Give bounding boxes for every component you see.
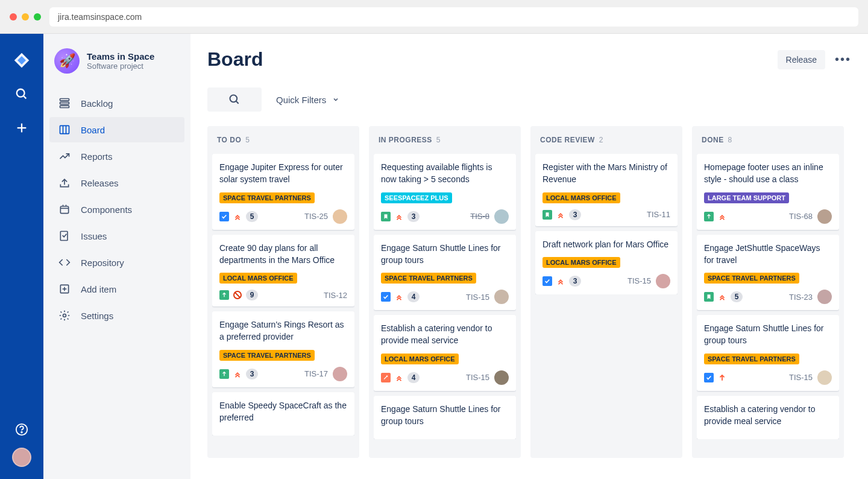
issue-card[interactable]: Register with the Mars Ministry of Reven… <box>535 154 678 226</box>
assignee-avatar[interactable] <box>817 370 832 385</box>
column-title: IN PROGRESS <box>379 136 432 144</box>
sidebar-item-label: Backlog <box>81 98 113 109</box>
column-title: CODE REVIEW <box>540 136 595 144</box>
svg-rect-13 <box>60 206 68 214</box>
priority-high-icon <box>717 373 727 382</box>
column-header: IN PROGRESS 5 <box>374 133 516 149</box>
task-type-icon <box>704 373 714 382</box>
user-avatar[interactable] <box>12 448 31 467</box>
issue-card[interactable]: Create 90 day plans for all departments … <box>212 235 354 307</box>
assignee-avatar[interactable] <box>333 209 347 224</box>
assignee-avatar[interactable] <box>494 209 509 224</box>
minimize-window-button[interactable] <box>22 13 29 21</box>
browser-chrome: jira.teamsinspace.com <box>0 0 868 34</box>
sidebar-item-label: Board <box>81 125 105 135</box>
quick-filters-label: Quick Filters <box>276 95 326 105</box>
more-icon[interactable]: ••• <box>835 52 851 66</box>
svg-point-21 <box>63 314 66 317</box>
issue-key: TIS-15 <box>789 373 813 382</box>
assignee-avatar[interactable] <box>333 367 347 381</box>
epic-label: SPACE TRAVEL PARTNERS <box>219 350 315 361</box>
svg-point-5 <box>21 432 22 433</box>
sidebar-item-label: Components <box>81 205 132 215</box>
board-search[interactable] <box>207 87 262 112</box>
card-title: Establish a catering vendor to provide m… <box>704 403 832 428</box>
close-window-button[interactable] <box>10 13 17 21</box>
sidebar-item-repository[interactable]: Repository <box>49 250 184 275</box>
column-title: DONE <box>702 136 724 144</box>
epic-label: SPACE TRAVEL PARTNERS <box>704 273 799 284</box>
traffic-lights <box>10 13 41 21</box>
assignee-avatar[interactable] <box>494 370 509 385</box>
search-icon <box>228 94 241 106</box>
issue-card[interactable]: Engage Saturn Shuttle Lines for group to… <box>374 235 516 311</box>
issue-key: TIS-25 <box>304 212 328 221</box>
sidebar-item-backlog[interactable]: Backlog <box>49 90 184 116</box>
url-bar[interactable]: jira.teamsinspace.com <box>49 7 858 27</box>
card-title: Engage Saturn Shuttle Lines for group to… <box>381 403 509 428</box>
card-title: Engage Saturn Shuttle Lines for group to… <box>704 322 832 347</box>
backlog-icon <box>58 97 71 110</box>
issue-card[interactable]: Engage Jupiter Express for outer solar s… <box>212 154 354 230</box>
priority-highest-icon <box>556 210 565 220</box>
assignee-avatar[interactable] <box>656 274 670 288</box>
sidebar-item-board[interactable]: Board <box>49 117 184 142</box>
story-points: 3 <box>246 369 258 379</box>
column-code-review: CODE REVIEW 2 Register with the Mars Min… <box>530 126 682 458</box>
story-type-icon <box>219 369 229 379</box>
svg-point-0 <box>17 89 25 97</box>
project-header[interactable]: 🚀 Teams in Space Software project <box>49 48 184 90</box>
project-icon: 🚀 <box>54 48 80 74</box>
jira-logo-icon[interactable] <box>13 52 30 69</box>
issue-card[interactable]: Establish a catering vendor to provide m… <box>697 396 839 440</box>
issue-card[interactable]: Homepage footer uses an inline style - s… <box>697 154 839 230</box>
issue-card[interactable]: Engage JetShuttle SpaceWays for travel S… <box>697 235 839 311</box>
quick-filters-dropdown[interactable]: Quick Filters <box>276 95 339 105</box>
task-type-icon <box>542 276 552 286</box>
task-type-icon <box>381 292 391 302</box>
issue-card[interactable]: Draft network plan for Mars Office LOCAL… <box>535 231 678 294</box>
create-icon[interactable] <box>13 119 30 136</box>
issue-card[interactable]: Establish a catering vendor to provide m… <box>374 315 516 391</box>
help-icon[interactable] <box>13 421 30 438</box>
assignee-avatar[interactable] <box>817 209 832 224</box>
sidebar-item-settings[interactable]: Settings <box>49 303 184 328</box>
priority-highest-icon <box>394 212 404 221</box>
story-type-icon <box>704 212 714 221</box>
code-icon <box>58 256 71 269</box>
issue-card[interactable]: Enable Speedy SpaceCraft as the preferre… <box>212 392 354 436</box>
column-count: 2 <box>599 136 603 144</box>
issue-key: TIS-8 <box>470 212 489 221</box>
epic-label: LOCAL MARS OFFICE <box>542 192 620 203</box>
priority-highest-icon <box>233 212 242 221</box>
releases-icon <box>58 176 71 189</box>
project-sidebar: 🚀 Teams in Space Software project Backlo… <box>43 34 190 479</box>
issue-card[interactable]: Requesting available flights is now taki… <box>374 154 516 230</box>
sidebar-item-components[interactable]: Components <box>49 197 184 222</box>
assignee-avatar[interactable] <box>494 290 509 304</box>
epic-label: LOCAL MARS OFFICE <box>542 257 620 268</box>
issue-key: TIS-12 <box>324 291 347 300</box>
svg-rect-8 <box>60 106 69 107</box>
issue-card[interactable]: Engage Saturn Shuttle Lines for group to… <box>697 315 839 391</box>
sidebar-item-label: Issues <box>81 231 107 241</box>
sidebar-item-reports[interactable]: Reports <box>49 144 184 169</box>
card-title: Create 90 day plans for all departments … <box>219 242 347 267</box>
maximize-window-button[interactable] <box>34 13 41 21</box>
column-header: TO DO 5 <box>212 133 354 149</box>
card-title: Enable Speedy SpaceCraft as the preferre… <box>219 399 347 424</box>
release-button[interactable]: Release <box>778 50 825 69</box>
search-icon[interactable] <box>13 86 30 103</box>
assignee-avatar[interactable] <box>817 290 832 304</box>
epic-label: SEESPACEEZ PLUS <box>381 192 452 203</box>
card-title: Engage Saturn Shuttle Lines for group to… <box>381 242 509 267</box>
sidebar-item-add[interactable]: Add item <box>49 276 184 302</box>
priority-highest-icon <box>394 292 404 302</box>
sidebar-item-releases[interactable]: Releases <box>49 170 184 195</box>
issue-card[interactable]: Engage Saturn's Rings Resort as a prefer… <box>212 311 354 387</box>
issue-card[interactable]: Engage Saturn Shuttle Lines for group to… <box>374 396 516 440</box>
epic-label: SPACE TRAVEL PARTNERS <box>381 273 476 284</box>
sidebar-item-issues[interactable]: Issues <box>49 223 184 249</box>
story-points: 5 <box>731 291 743 302</box>
main-content: Board Release ••• Quick Filters TO DO 5 <box>190 34 868 479</box>
